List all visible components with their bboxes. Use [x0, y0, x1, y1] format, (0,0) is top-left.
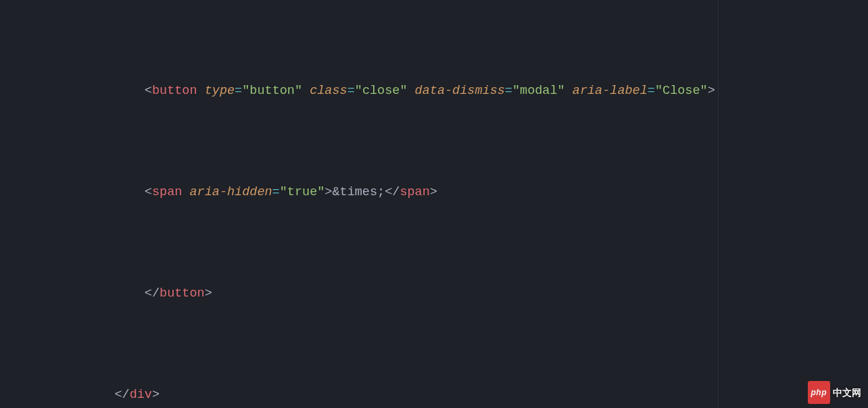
code-area[interactable]: <button type="button" class="close" data… [9, 0, 868, 408]
watermark-text: 中文网 [833, 382, 861, 403]
code-line: <span aria-hidden="true">&times;</span> [9, 182, 868, 203]
code-line: <button type="button" class="close" data… [9, 81, 868, 101]
watermark: php 中文网 [808, 381, 862, 404]
code-line: </button> [9, 284, 868, 304]
watermark-logo: php [808, 381, 831, 404]
gutter [0, 0, 9, 408]
code-line: </div> [9, 385, 868, 405]
code-editor[interactable]: <button type="button" class="close" data… [0, 0, 868, 408]
